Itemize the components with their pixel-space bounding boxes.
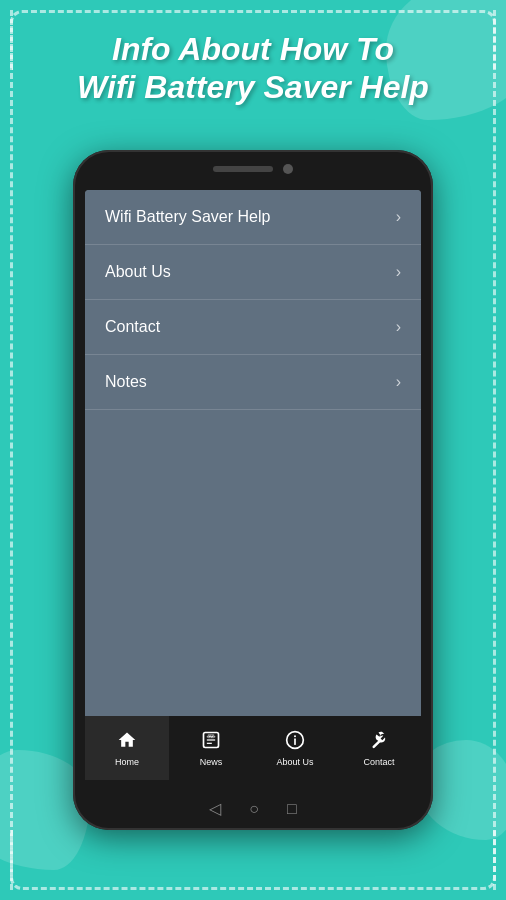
nav-item-home[interactable]: Home <box>85 716 169 780</box>
phone-camera <box>283 164 293 174</box>
menu-item-wifi-battery-saver-label: Wifi Battery Saver Help <box>105 208 270 226</box>
menu-item-notes-label: Notes <box>105 373 147 391</box>
home-icon <box>117 730 137 755</box>
home-button[interactable]: ○ <box>249 800 259 818</box>
nav-item-contact[interactable]: Contact <box>337 716 421 780</box>
dashed-border-bottom <box>10 830 496 890</box>
phone-home-bar: ◁ ○ □ <box>209 799 296 818</box>
menu-item-contact-label: Contact <box>105 318 160 336</box>
info-circle-icon <box>285 730 305 755</box>
nav-item-about-us[interactable]: About Us <box>253 716 337 780</box>
menu-item-contact[interactable]: Contact › <box>85 300 421 355</box>
menu-item-notes[interactable]: Notes › <box>85 355 421 410</box>
back-button[interactable]: ◁ <box>209 799 221 818</box>
phone-top-bar <box>213 164 293 174</box>
nav-item-home-label: Home <box>115 757 139 767</box>
news-icon: </> <box>201 730 221 755</box>
page-title: Info About How To Wifi Battery Saver Hel… <box>30 30 476 107</box>
menu-item-about-us[interactable]: About Us › <box>85 245 421 300</box>
phone-frame: Wifi Battery Saver Help › About Us › Con… <box>73 150 433 830</box>
recent-button[interactable]: □ <box>287 800 297 818</box>
bottom-nav: Home </> News <box>85 716 421 780</box>
dashed-border-left <box>10 10 13 890</box>
nav-item-news[interactable]: </> News <box>169 716 253 780</box>
chevron-right-icon-notes: › <box>396 373 401 391</box>
svg-text:</>: </> <box>207 733 215 738</box>
menu-item-wifi-battery-saver[interactable]: Wifi Battery Saver Help › <box>85 190 421 245</box>
menu-item-about-us-label: About Us <box>105 263 171 281</box>
wrench-icon <box>369 730 389 755</box>
nav-item-aboutus-label: About Us <box>276 757 313 767</box>
chevron-right-icon-contact: › <box>396 318 401 336</box>
dashed-border-right <box>493 10 496 890</box>
phone-speaker <box>213 166 273 172</box>
phone-screen: Wifi Battery Saver Help › About Us › Con… <box>85 190 421 780</box>
svg-point-8 <box>294 735 296 737</box>
chevron-right-icon-about: › <box>396 263 401 281</box>
nav-item-news-label: News <box>200 757 223 767</box>
chevron-right-icon-wifi: › <box>396 208 401 226</box>
nav-item-contact-label: Contact <box>363 757 394 767</box>
menu-list: Wifi Battery Saver Help › About Us › Con… <box>85 190 421 780</box>
